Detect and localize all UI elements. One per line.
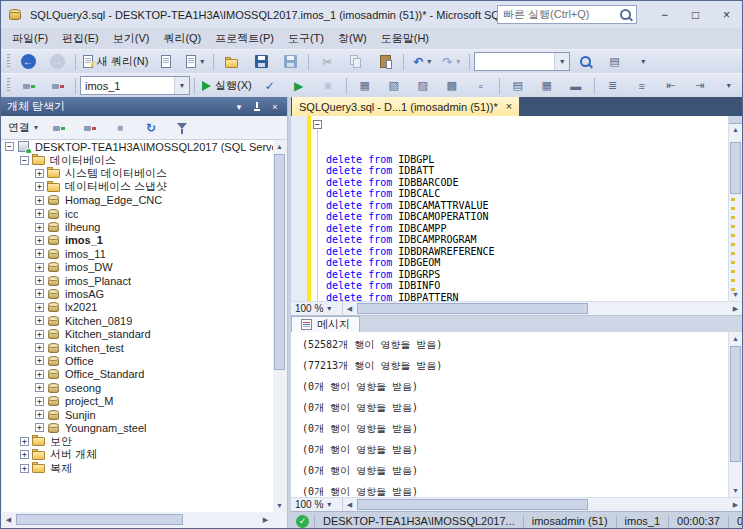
object-explorer-header[interactable]: 개체 탐색기 ▾ ×: [1, 97, 287, 116]
scroll-up-icon[interactable]: ▲: [273, 140, 286, 153]
results-to-grid-button[interactable]: ▦: [533, 75, 561, 96]
database-engine-query-button[interactable]: [152, 51, 180, 72]
tree-item[interactable]: + 복제: [2, 461, 273, 474]
tree-item[interactable]: + Kitchen_standard: [2, 327, 273, 340]
menu-item[interactable]: 창(W): [331, 28, 374, 49]
menu-item[interactable]: 도움말(H): [374, 28, 436, 49]
scrollbar-thumb[interactable]: [730, 142, 741, 194]
tree-item[interactable]: + 데이터베이스 스냅샷: [2, 180, 273, 193]
menu-item[interactable]: 프로젝트(P): [208, 28, 281, 49]
tree-item[interactable]: + Homag_Edge_CNC: [2, 194, 273, 207]
tree-item[interactable]: + imos_1: [2, 234, 273, 247]
scroll-right-icon[interactable]: ▶: [259, 513, 272, 526]
tree-item[interactable]: − 데이터베이스: [2, 153, 273, 166]
expand-icon[interactable]: +: [35, 383, 44, 392]
cut-button[interactable]: ✂: [313, 51, 341, 72]
expand-icon[interactable]: +: [35, 423, 44, 432]
expand-icon[interactable]: +: [35, 249, 44, 258]
menu-item[interactable]: 도구(T): [281, 28, 331, 49]
expand-icon[interactable]: +: [35, 209, 44, 218]
object-explorer-horizontal-scrollbar[interactable]: ◀ ▶: [2, 513, 272, 526]
redo-button[interactable]: ↷▾: [437, 51, 465, 72]
new-query-button[interactable]: 새 쿼리(N): [80, 51, 151, 72]
scroll-up-icon[interactable]: ▲: [729, 332, 742, 345]
copy-button[interactable]: [342, 51, 370, 72]
collapse-region-icon[interactable]: −: [313, 120, 322, 129]
sql-editor[interactable]: − delete from IDBGPLdelete from IDBATTde…: [291, 116, 728, 301]
find-button[interactable]: [571, 51, 599, 72]
results-to-file-button[interactable]: ▬: [562, 75, 590, 96]
navigate-forward-button[interactable]: →: [43, 51, 71, 72]
scroll-left-icon[interactable]: ◀: [343, 302, 356, 315]
close-button[interactable]: ×: [711, 1, 742, 28]
find-combo[interactable]: ▼: [474, 52, 570, 71]
tree-item[interactable]: + 시스템 데이터베이스: [2, 167, 273, 180]
expand-icon[interactable]: +: [20, 437, 29, 446]
scroll-down-icon[interactable]: ▼: [729, 288, 742, 301]
expand-icon[interactable]: +: [35, 316, 44, 325]
toolbar-grip[interactable]: [7, 54, 10, 69]
maximize-button[interactable]: □: [680, 1, 711, 28]
scroll-right-icon[interactable]: ▶: [729, 302, 742, 315]
auto-hide-pin-button[interactable]: [249, 99, 265, 114]
expand-icon[interactable]: +: [35, 356, 44, 365]
available-databases-combo[interactable]: imos_1 ▼: [80, 76, 190, 95]
tree-item[interactable]: + ilheung: [2, 220, 273, 233]
results-horizontal-scrollbar[interactable]: ◀ ▶: [343, 498, 742, 511]
minimize-button[interactable]: −: [649, 1, 680, 28]
expand-icon[interactable]: +: [35, 182, 44, 191]
navigate-back-button[interactable]: ←: [14, 51, 42, 72]
expand-icon[interactable]: +: [35, 343, 44, 352]
expand-icon[interactable]: +: [20, 464, 29, 473]
tree-item[interactable]: + 보안: [2, 435, 273, 448]
oe-connect-button[interactable]: [44, 117, 72, 138]
oe-disconnect-button[interactable]: [75, 117, 103, 138]
scroll-left-icon[interactable]: ◀: [343, 498, 356, 511]
analysis-query-button[interactable]: ▾: [181, 51, 209, 72]
intellisense-button[interactable]: ▨: [409, 75, 437, 96]
tab-close-icon[interactable]: ×: [506, 101, 512, 112]
scrollbar-thumb[interactable]: [274, 154, 285, 370]
menu-item[interactable]: 쿼리(Q): [156, 28, 208, 49]
tree-item[interactable]: + icc: [2, 207, 273, 220]
tree-item[interactable]: + Office_Standard: [2, 368, 273, 381]
window-position-button[interactable]: ▾: [231, 99, 247, 114]
editor-vertical-scrollbar[interactable]: ▲ ▼: [728, 116, 742, 301]
expand-icon[interactable]: +: [20, 450, 29, 459]
save-all-button[interactable]: [276, 51, 304, 72]
document-tab[interactable]: SQLQuery3.sql - D...1 (imosadmin (51))* …: [292, 97, 519, 116]
cancel-query-button[interactable]: ■: [314, 75, 342, 96]
expand-icon[interactable]: +: [35, 196, 44, 205]
collapse-icon[interactable]: −: [5, 142, 14, 151]
oe-refresh-button[interactable]: ↻: [137, 117, 165, 138]
query-options-button[interactable]: ▧: [380, 75, 408, 96]
scrollbar-thumb[interactable]: [357, 303, 588, 314]
tree-item[interactable]: + imos_Planact: [2, 274, 273, 287]
toolbar-overflow-button[interactable]: ▾: [715, 75, 743, 96]
expand-icon[interactable]: +: [35, 410, 44, 419]
results-zoom-control[interactable]: 100 % ▾: [291, 498, 343, 511]
expand-icon[interactable]: +: [35, 236, 44, 245]
tree-item[interactable]: + kitchen_test: [2, 341, 273, 354]
connect-button[interactable]: [14, 75, 42, 96]
tree-item[interactable]: + project_M: [2, 394, 273, 407]
tab-messages[interactable]: 메시지: [291, 316, 360, 332]
save-button[interactable]: [247, 51, 275, 72]
open-file-button[interactable]: [218, 51, 246, 72]
expand-icon[interactable]: +: [35, 370, 44, 379]
scrollbar-thumb[interactable]: [730, 346, 741, 462]
expand-icon[interactable]: +: [35, 263, 44, 272]
debug-button[interactable]: ▶: [285, 75, 313, 96]
tree-item[interactable]: − DESKTOP-TEA1H3A\IMOSSQL2017 (SQL Serve…: [2, 140, 273, 153]
messages-pane[interactable]: (52582개 행이 영향을 받음)(77213개 행이 영향을 받음)(0개 …: [291, 332, 728, 497]
execute-button[interactable]: 실행(X): [199, 75, 255, 96]
expand-icon[interactable]: +: [35, 330, 44, 339]
increase-indent-button[interactable]: ⇥: [686, 75, 714, 96]
connect-dropdown-button[interactable]: 연결 ▾: [5, 119, 41, 136]
tree-item[interactable]: + imos_11: [2, 247, 273, 260]
estimated-plan-button[interactable]: ▦: [351, 75, 379, 96]
tree-item[interactable]: + Sunjin: [2, 408, 273, 421]
results-to-text-button[interactable]: ▤: [504, 75, 532, 96]
decrease-indent-button[interactable]: ⇤: [657, 75, 685, 96]
scroll-down-icon[interactable]: ▼: [729, 484, 742, 497]
